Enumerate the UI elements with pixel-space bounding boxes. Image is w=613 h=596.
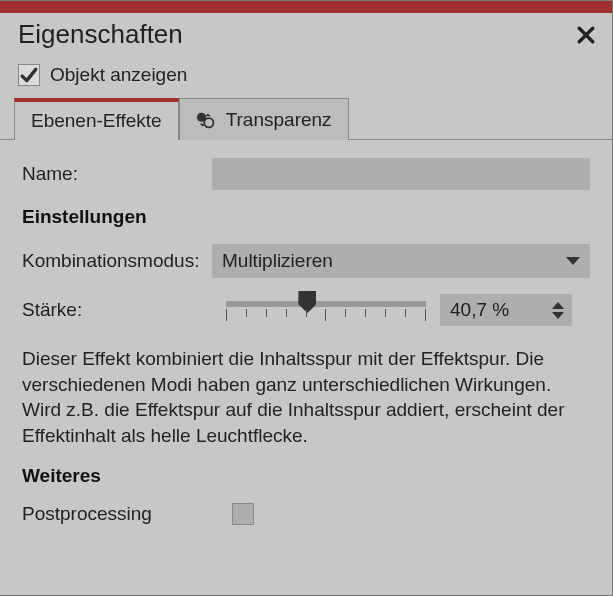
strength-slider[interactable] bbox=[226, 295, 426, 325]
spinner-up-icon[interactable] bbox=[552, 302, 564, 309]
strength-spinner[interactable]: 40,7 % bbox=[440, 294, 572, 326]
blend-mode-value: Multiplizieren bbox=[222, 250, 333, 272]
slider-ticks bbox=[226, 309, 426, 321]
tab-content: Name: Einstellungen Kombinationsmodus: M… bbox=[0, 140, 612, 595]
tab-transparency[interactable]: Transparenz bbox=[179, 98, 349, 140]
spinner-down-icon[interactable] bbox=[552, 312, 564, 319]
checkmark-icon bbox=[20, 66, 38, 84]
more-heading: Weiteres bbox=[22, 465, 590, 487]
blend-mode-label: Kombinationsmodus: bbox=[22, 250, 212, 272]
show-object-label: Objekt anzeigen bbox=[50, 64, 187, 86]
close-icon bbox=[577, 26, 595, 44]
effect-description: Dieser Effekt kombiniert die Inhaltsspur… bbox=[22, 346, 590, 449]
tab-label: Ebenen-Effekte bbox=[31, 110, 162, 132]
panel-title: Eigenschaften bbox=[18, 19, 183, 50]
close-button[interactable] bbox=[574, 23, 598, 47]
strength-row: Stärke: 40,7 % bbox=[22, 294, 590, 326]
tab-label: Transparenz bbox=[226, 109, 332, 131]
blend-mode-row: Kombinationsmodus: Multiplizieren bbox=[22, 244, 590, 278]
name-row: Name: bbox=[22, 158, 590, 190]
chevron-down-icon bbox=[566, 257, 580, 265]
postprocessing-label: Postprocessing bbox=[22, 503, 232, 525]
panel-header: Eigenschaften bbox=[0, 13, 612, 60]
name-label: Name: bbox=[22, 163, 212, 185]
spinner-buttons[interactable] bbox=[552, 302, 564, 319]
slider-track bbox=[226, 301, 426, 307]
name-input[interactable] bbox=[212, 158, 590, 190]
postprocessing-row: Postprocessing bbox=[22, 503, 590, 525]
show-object-checkbox[interactable] bbox=[18, 64, 40, 86]
tab-bar: Ebenen-Effekte Transparenz bbox=[0, 96, 612, 140]
postprocessing-checkbox[interactable] bbox=[232, 503, 254, 525]
properties-panel: Eigenschaften Objekt anzeigen Ebenen-Eff… bbox=[0, 0, 613, 596]
strength-value: 40,7 % bbox=[450, 299, 509, 321]
settings-heading: Einstellungen bbox=[22, 206, 590, 228]
show-object-row: Objekt anzeigen bbox=[0, 60, 612, 96]
blend-mode-select[interactable]: Multiplizieren bbox=[212, 244, 590, 278]
tab-layer-effects[interactable]: Ebenen-Effekte bbox=[14, 98, 179, 140]
transparency-icon bbox=[196, 109, 218, 131]
strength-label: Stärke: bbox=[22, 299, 212, 321]
titlebar[interactable] bbox=[0, 1, 612, 13]
